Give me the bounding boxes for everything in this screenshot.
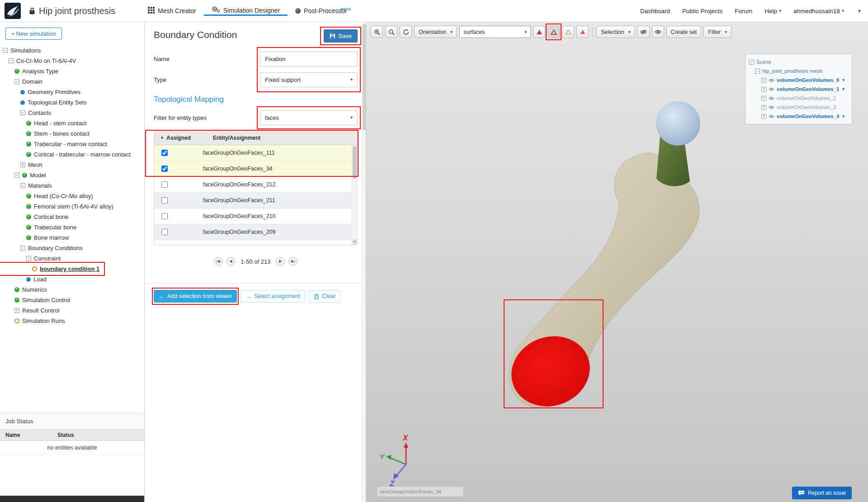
visibility-eye-icon[interactable]: [769, 96, 774, 100]
table-row[interactable]: faceGroupOnGeoFaces_111: [154, 145, 357, 161]
tree-item-domain[interactable]: −Domain: [0, 76, 46, 87]
table-row[interactable]: faceGroupOnGeoFaces_209: [154, 224, 357, 240]
chevron-down-icon[interactable]: ▾: [842, 87, 844, 91]
nav-help[interactable]: Help▾: [764, 8, 781, 14]
row-checkbox[interactable]: [161, 229, 168, 235]
tree-item-bone-marrow[interactable]: Bone marrow: [0, 232, 72, 243]
scene-volume-volumeongeovolumes-3[interactable]: +volumeOnGeoVolumes_3: [749, 103, 848, 112]
collapse-icon[interactable]: −: [9, 58, 14, 63]
tree-item-cortical-trabecular-marrow-contact[interactable]: Cortical - trabecular - marrow contact: [0, 149, 134, 160]
expand-icon[interactable]: +: [20, 162, 25, 167]
collapse-icon[interactable]: −: [20, 246, 25, 251]
tree-item-materials[interactable]: −Materials: [0, 180, 56, 191]
row-checkbox[interactable]: [161, 197, 168, 204]
collapse-icon[interactable]: −: [20, 183, 25, 188]
new-simulation-button[interactable]: +New simulation: [5, 28, 62, 40]
tree-item-boundary-conditions[interactable]: −Boundary Conditions: [0, 243, 86, 253]
tree-item-simulations[interactable]: −Simulations: [0, 45, 44, 56]
orientation-dropdown[interactable]: Orientation▾: [414, 26, 457, 38]
table-row[interactable]: faceGroupOnGeoFaces_211: [154, 193, 357, 208]
visibility-eye-icon[interactable]: [769, 105, 774, 109]
show-all-button[interactable]: [652, 26, 664, 38]
tree-item-geometry-primitives[interactable]: Geometry Primitives: [0, 87, 84, 97]
zoom-box-button[interactable]: [371, 26, 383, 38]
collapse-icon[interactable]: −: [755, 69, 760, 74]
entity-table-header[interactable]: ▼ Assigned Entity/Assignment: [154, 132, 357, 145]
tree-item-model[interactable]: −Model: [0, 170, 49, 180]
collapse-icon[interactable]: −: [3, 48, 8, 53]
tree-item-stem-bones-contact[interactable]: Stem - bones contact: [0, 128, 93, 139]
table-row[interactable]: faceGroupOnGeoFaces_212: [154, 177, 357, 193]
tree-item-load[interactable]: Load: [0, 274, 50, 284]
add-selection-button[interactable]: ← Add selection from viewer: [154, 290, 237, 303]
selection-dropdown[interactable]: Selection▾: [596, 26, 635, 38]
pick-vertex-tool[interactable]: [576, 26, 589, 38]
visibility-eye-icon[interactable]: [769, 87, 774, 91]
row-checkbox[interactable]: [161, 213, 168, 219]
tree-item-contacts[interactable]: −Contacts: [0, 108, 55, 118]
chevron-down-icon[interactable]: ▾: [842, 78, 844, 82]
nav-public-projects[interactable]: Public Projects: [682, 8, 722, 14]
workspace-menu-caret[interactable]: ▾: [858, 8, 861, 14]
chevron-down-icon[interactable]: ▾: [842, 114, 844, 118]
scene-volume-volumeongeovolumes-1[interactable]: +volumeOnGeoVolumes_1▾: [749, 85, 848, 94]
table-row[interactable]: faceGroupOnGeoFaces_210: [154, 208, 357, 224]
save-button[interactable]: Save: [324, 29, 358, 43]
report-issue-button[interactable]: Report an issue: [792, 487, 852, 499]
render-mode-select[interactable]: surfaces▾: [459, 26, 531, 38]
tree-item-analysis-type[interactable]: Analysis Type: [0, 66, 62, 76]
scene-volume-volumeongeovolumes-4[interactable]: +volumeOnGeoVolumes_4▾: [749, 112, 848, 121]
pick-edge-tool[interactable]: [562, 26, 574, 38]
type-select[interactable]: Fixed support ▾: [260, 72, 358, 87]
tab-mesh-creator[interactable]: Mesh Creator: [140, 6, 204, 16]
tree-item-trabecular-bone[interactable]: Trabecular bone: [0, 222, 80, 232]
tree-item-head-co-cr-mo-alloy[interactable]: Head (Co-Cr-Mo alloy): [0, 191, 97, 201]
hide-selected-button[interactable]: [637, 26, 650, 38]
tree-item-constraint[interactable]: −Constraint: [0, 253, 64, 264]
name-input[interactable]: [260, 52, 358, 66]
tree-item-femoral-stem-ti-6al-4v-alloy[interactable]: Femoral stem (Ti-6Al-4V alloy): [0, 201, 117, 212]
expand-icon[interactable]: +: [761, 78, 766, 83]
tree-item-boundary-condition-1[interactable]: boundary condition 1: [0, 264, 103, 274]
pick-volume-tool[interactable]: [547, 26, 560, 38]
scrollbar-thumb[interactable]: [363, 24, 366, 130]
page-prev-button[interactable]: ◀: [226, 257, 236, 266]
tree-item-simulation-runs[interactable]: Simulation Runs: [0, 316, 69, 326]
app-logo[interactable]: [5, 3, 21, 19]
clear-button[interactable]: Clear: [309, 290, 340, 303]
expand-icon[interactable]: +: [761, 114, 766, 119]
tree-item-topological-entity-sets[interactable]: Topological Entity Sets: [0, 97, 90, 108]
select-assignment-button[interactable]: → Select assignment: [241, 290, 305, 303]
pick-face-tool[interactable]: [533, 26, 545, 38]
expand-icon[interactable]: +: [761, 105, 766, 110]
row-checkbox[interactable]: [161, 150, 168, 156]
tree-item-trabecular-marrow-contact[interactable]: Trabecular - marrow contact: [0, 139, 111, 149]
collapse-icon[interactable]: −: [14, 173, 19, 178]
scene-volume-volumeongeovolumes-0[interactable]: +volumeOnGeoVolumes_0▾: [749, 76, 848, 85]
tree-item-mesh[interactable]: +Mesh: [0, 160, 46, 170]
tree-item-result-control[interactable]: +Result Control: [0, 305, 63, 316]
page-first-button[interactable]: |◀: [214, 257, 223, 266]
scroll-down-icon[interactable]: ▼: [352, 239, 357, 245]
viewer-3d[interactable]: X Y Z Orientation▾ surfaces▾: [366, 22, 868, 502]
tree-item-numerics[interactable]: Numerics: [0, 284, 51, 295]
tab-post-processor[interactable]: BETA Post-Processor: [288, 6, 355, 16]
row-checkbox[interactable]: [161, 166, 168, 172]
scene-root-row[interactable]: −Scene: [749, 57, 848, 66]
table-scrollbar[interactable]: ▼: [352, 145, 357, 245]
collapse-icon[interactable]: −: [26, 256, 31, 261]
scene-mesh-row[interactable]: −hip_joint_prosthesis mesh: [749, 66, 848, 76]
tree-item-simulation-control[interactable]: Simulation Control: [0, 295, 74, 305]
collapse-icon[interactable]: −: [20, 110, 25, 115]
femoral-head[interactable]: [656, 101, 700, 146]
visibility-eye-icon[interactable]: [769, 114, 774, 118]
visibility-eye-icon[interactable]: [769, 78, 774, 82]
tree-item-head-stem-contact[interactable]: Head - stem contact: [0, 118, 90, 128]
entity-filter-select[interactable]: faces ▾: [260, 110, 358, 125]
nav-dashboard[interactable]: Dashboard: [640, 8, 670, 14]
zoom-fit-button[interactable]: [385, 26, 397, 38]
scene-volume-volumeongeovolumes-2[interactable]: +volumeOnGeoVolumes_2: [749, 94, 848, 103]
page-next-button[interactable]: ▶: [276, 257, 285, 266]
create-set-button[interactable]: Create set: [666, 26, 702, 38]
filter-dropdown[interactable]: Filter▾: [703, 26, 731, 38]
